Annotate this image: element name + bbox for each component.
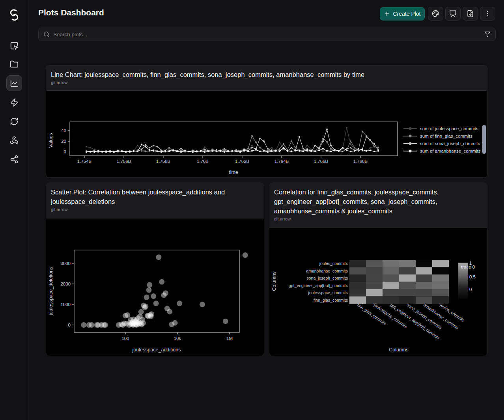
svg-text:1.766B: 1.766B <box>314 159 329 164</box>
svg-text:0: 0 <box>68 323 71 327</box>
theme-palette-button[interactable] <box>428 7 443 21</box>
card-title: Line Chart: joulesspace_commits, finn_gl… <box>51 70 482 79</box>
more-options-button[interactable] <box>480 7 495 21</box>
svg-text:1.768B: 1.768B <box>353 159 368 164</box>
card-source: git.arrow <box>274 217 482 221</box>
legend-scrollbar[interactable] <box>482 125 486 154</box>
svg-text:finn_glas_commits: finn_glas_commits <box>314 298 348 302</box>
svg-text:trace 0: trace 0 <box>461 265 475 269</box>
svg-text:Columns: Columns <box>389 347 408 353</box>
file-export-icon <box>467 10 474 17</box>
plot-card-heatmap: Correlation for finn_glas_commits, joule… <box>269 183 487 356</box>
create-plot-label: Create Plot <box>393 11 420 17</box>
card-header: Scatter Plot: Correlation between joules… <box>46 183 264 218</box>
svg-text:1.762B: 1.762B <box>235 159 250 164</box>
sidebar-item-files[interactable] <box>6 56 22 72</box>
scatter-chart-canvas[interactable]: 010002000300010010k1Mjoulesspace_additio… <box>46 218 264 356</box>
svg-text:0: 0 <box>64 149 66 154</box>
svg-text:1.764B: 1.764B <box>274 159 289 164</box>
presentation-button[interactable] <box>445 7 461 21</box>
svg-text:time: time <box>229 170 238 175</box>
share-icon <box>10 155 19 164</box>
svg-text:100: 100 <box>121 336 129 341</box>
svg-text:40: 40 <box>61 128 66 133</box>
page-title: Plots Dashboard <box>38 8 104 17</box>
svg-text:1.754B: 1.754B <box>77 159 92 164</box>
sidebar-item-share[interactable] <box>6 151 22 167</box>
legend-item[interactable]: sum of amanbhanse_commits <box>420 149 481 153</box>
plot-card-line: Line Chart: joulesspace_commits, finn_gl… <box>46 65 487 178</box>
legend-item[interactable]: sum of finn_glas_commits <box>420 134 472 138</box>
sidebar-item-plots[interactable] <box>6 75 22 91</box>
refresh-icon <box>10 117 19 126</box>
search-bar <box>38 28 496 41</box>
svg-text:2000: 2000 <box>60 282 71 286</box>
svg-text:Columns: Columns <box>271 271 277 291</box>
svg-text:joulesspace_additions: joulesspace_additions <box>132 347 181 353</box>
plus-icon <box>384 11 390 17</box>
svg-text:joules_commits: joules_commits <box>319 261 348 266</box>
heatmap-chart-canvas[interactable]: joules_commitsamanbhanse_commitssona_jos… <box>269 228 487 356</box>
svg-text:0: 0 <box>469 287 472 292</box>
search-icon <box>43 31 50 37</box>
square-mouse-pointer-icon <box>10 41 19 50</box>
svg-text:1M: 1M <box>226 336 233 341</box>
svg-text:joulesspace_commits: joulesspace_commits <box>308 290 348 295</box>
svg-text:10k: 10k <box>174 336 181 341</box>
card-header: Line Chart: joulesspace_commits, finn_gl… <box>46 65 487 91</box>
svg-text:3000: 3000 <box>60 261 71 266</box>
card-title: Correlation for finn_glas_commits, joule… <box>274 187 482 216</box>
line-chart-canvas[interactable]: 020401.754B1.756B1.758B1.76B1.762B1.764B… <box>46 91 487 178</box>
svg-text:sona_joseph_commits: sona_joseph_commits <box>307 276 348 280</box>
sidebar <box>0 0 28 420</box>
card-source: git.arrow <box>51 207 259 212</box>
card-title: Scatter Plot: Correlation between joules… <box>51 187 259 206</box>
sidebar-item-webhooks[interactable] <box>6 133 22 148</box>
card-source: git.arrow <box>51 80 482 85</box>
svg-text:1.756B: 1.756B <box>117 159 131 164</box>
zap-icon <box>10 98 19 107</box>
presentation-icon <box>449 10 457 17</box>
sidebar-item-inspect[interactable] <box>6 38 22 54</box>
legend-item[interactable]: sum of sona_joseph_commits <box>420 141 480 146</box>
folder-icon <box>10 60 19 69</box>
svg-text:finn_glas_commits: finn_glas_commits <box>357 302 387 326</box>
create-plot-button[interactable]: Create Plot <box>380 7 425 21</box>
palette-icon <box>432 10 439 17</box>
search-input[interactable] <box>53 32 481 37</box>
svg-text:gpt_engineer_app[bot]_commits: gpt_engineer_app[bot]_commits <box>289 283 348 288</box>
svg-text:20: 20 <box>61 139 66 144</box>
svg-text:Values: Values <box>48 133 54 147</box>
card-header: Correlation for finn_glas_commits, joule… <box>269 183 487 228</box>
svg-text:0.5: 0.5 <box>469 274 476 279</box>
webhook-icon <box>10 136 19 145</box>
plot-card-scatter: Scatter Plot: Correlation between joules… <box>46 183 264 356</box>
export-file-button[interactable] <box>463 7 478 21</box>
svg-text:1.758B: 1.758B <box>156 159 171 164</box>
logo-icon <box>8 8 21 22</box>
sidebar-item-sync[interactable] <box>6 114 22 129</box>
sidebar-item-actions[interactable] <box>6 95 22 110</box>
legend-item[interactable]: sum of joulesspace_commits <box>420 126 478 131</box>
kebab-menu-icon <box>484 10 491 17</box>
app-logo[interactable] <box>6 7 22 23</box>
svg-text:1000: 1000 <box>60 302 71 307</box>
svg-text:1.76B: 1.76B <box>197 159 209 164</box>
svg-text:amanbhanse_commits: amanbhanse_commits <box>306 269 348 273</box>
line-chart-icon <box>10 79 19 88</box>
svg-text:joulesspace_deletions: joulesspace_deletions <box>48 267 54 315</box>
filter-funnel-icon[interactable] <box>484 31 491 37</box>
